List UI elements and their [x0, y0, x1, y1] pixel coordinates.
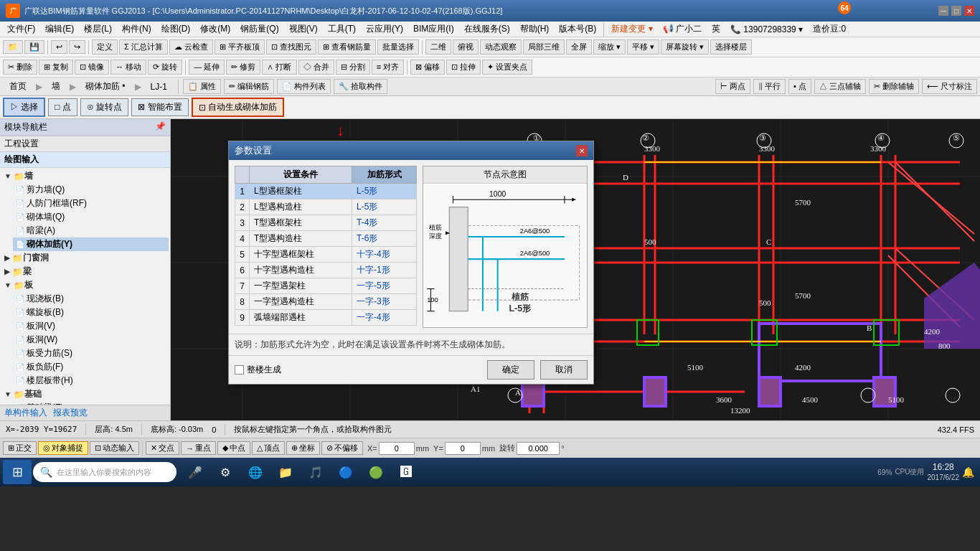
three-point-axis-button[interactable]: △ 三点辅轴 [814, 79, 866, 94]
copy-button[interactable]: ⊞ 复制 [39, 60, 73, 75]
x-input[interactable] [379, 442, 415, 455]
row-type[interactable]: T-6形 [352, 231, 417, 247]
pickup-button[interactable]: 🔧 拾取构件 [334, 79, 387, 94]
ribbon-lj1[interactable]: LJ-1 [144, 80, 174, 94]
minimize-button[interactable]: ─ [938, 6, 948, 16]
tree-group-wall[interactable]: ▼ 📁 墙 [1, 169, 169, 183]
close-button[interactable]: ✕ [964, 6, 974, 16]
point-axis-button[interactable]: • 点 [788, 79, 811, 94]
undo-button[interactable]: ↩ [51, 40, 67, 54]
rotate-point-button[interactable]: ⊙ 旋转点 [80, 98, 128, 116]
whole-floor-checkbox[interactable] [235, 365, 244, 375]
no-move-button[interactable]: ⊘ 不偏移 [321, 441, 363, 455]
row-type[interactable]: L-5形 [352, 184, 417, 199]
y-input[interactable] [445, 442, 481, 455]
row-type[interactable]: 十字-1形 [352, 263, 417, 278]
report-preview-link[interactable]: 报表预览 [53, 407, 88, 419]
table-row[interactable]: 7 一字型遇架柱 一字-5形 [235, 278, 417, 294]
taskbar-search[interactable]: 🔍 在这里输入你要搜索的内容 [33, 462, 176, 482]
tree-group-foundation[interactable]: ▼ 📁 基础 [1, 387, 169, 401]
row-type[interactable]: T-4形 [352, 215, 417, 231]
cancel-button[interactable]: 取消 [540, 360, 588, 380]
midpoint-button[interactable]: ◆ 中点 [217, 441, 250, 455]
drawing-input-link[interactable]: 绘图输入 [0, 152, 170, 168]
taskbar-app-green[interactable]: 🟢 [362, 460, 390, 484]
menu-bim[interactable]: BIM应用(I) [409, 22, 458, 37]
select-floor-button[interactable]: 选择楼层 [710, 39, 752, 55]
view-rebar-button[interactable]: ⊞ 查看钢筋量 [318, 39, 376, 55]
row-type[interactable]: L-5形 [352, 199, 417, 215]
align-button[interactable]: ≡ 对齐 [372, 60, 404, 75]
vertex-button[interactable]: △ 顶点 [252, 441, 285, 455]
ribbon-home[interactable]: 首页 [3, 78, 33, 95]
top-view-button[interactable]: 俯视 [453, 39, 479, 55]
auto-generate-button[interactable]: ⊡ 自动生成砌体加筋 [192, 98, 284, 117]
row-type[interactable]: 一字-5形 [352, 278, 417, 294]
parallel-button[interactable]: ∥ 平行 [753, 79, 786, 94]
table-row[interactable]: 1 L型遇框架柱 L-5形 [235, 184, 417, 199]
object-snap-button[interactable]: ◎ 对象捕捉 [38, 441, 88, 455]
tree-item-shear-wall[interactable]: 📄 剪力墙(Q) [13, 183, 169, 197]
taskbar-app-mic[interactable]: 🎤 [181, 460, 209, 484]
key-point-button[interactable]: → 重点 [181, 441, 216, 455]
edit-rebar-button[interactable]: ✏ 编辑钢筋 [224, 79, 274, 94]
tree-group-slab[interactable]: ▼ 📁 板 [1, 278, 169, 292]
menu-version[interactable]: 版本号(B) [555, 22, 600, 37]
coordinate-button[interactable]: ⊕ 坐标 [286, 441, 320, 455]
two-points-button[interactable]: ⊢ 两点 [715, 79, 750, 94]
menu-floor[interactable]: 楼层(L) [80, 22, 116, 37]
table-row[interactable]: 5 十字型遇框架柱 十字-4形 [235, 247, 417, 263]
redo-button[interactable]: ↪ [69, 40, 85, 54]
screen-rotate-button[interactable]: 屏幕旋转 ▾ [661, 39, 709, 55]
menu-tools[interactable]: 工具(T) [324, 22, 360, 37]
trim-button[interactable]: ✏ 修剪 [226, 60, 260, 75]
sidebar-pin-icon[interactable]: 📌 [155, 121, 166, 133]
tree-item-slab-hole-v[interactable]: 📄 板洞(V) [13, 319, 169, 333]
menu-component[interactable]: 构件(N) [118, 22, 156, 37]
menu-edit[interactable]: 编辑(E) [41, 22, 78, 37]
menu-modify[interactable]: 修改(M) [196, 22, 235, 37]
orthogonal-button[interactable]: ⊞ 正交 [3, 441, 37, 455]
menu-lang[interactable]: 英 [707, 22, 725, 37]
taskbar-app-music[interactable]: 🎵 [301, 460, 330, 484]
menu-file[interactable]: 文件(F) [3, 22, 39, 37]
pan-button[interactable]: 平移 ▾ [627, 39, 659, 55]
point-draw-button[interactable]: □ 点 [48, 98, 77, 116]
maximize-button[interactable]: □ [951, 6, 961, 16]
tree-group-doors[interactable]: ▶ 📁 门窗洞 [1, 251, 169, 265]
menu-cost-beans[interactable]: 造价豆:0 [809, 22, 850, 37]
break-button[interactable]: ∧ 打断 [262, 60, 296, 75]
open-button[interactable]: 📁 [3, 40, 23, 54]
save-button[interactable]: 💾 [24, 40, 44, 54]
menu-draw[interactable]: 绘图(D) [157, 22, 195, 37]
property-button[interactable]: 📋 属性 [183, 79, 221, 94]
taskbar-app-3[interactable]: ⚙ [211, 460, 240, 484]
params-dialog[interactable]: ↓ 参数设置 ✕ 设置条件 加筋形式 [228, 141, 594, 385]
mirror-button[interactable]: ⊡ 镜像 [75, 60, 109, 75]
fullscreen-button[interactable]: 全屏 [566, 39, 592, 55]
intersection-button[interactable]: ✕ 交点 [146, 441, 179, 455]
tree-group-beam[interactable]: ▶ 📁 梁 [1, 265, 169, 278]
menu-online[interactable]: 在线服务(S) [460, 22, 514, 37]
tree-item-spiral-slab[interactable]: 📄 螺旋板(B) [13, 306, 169, 319]
stretch-button[interactable]: ⊡ 拉伸 [446, 60, 481, 75]
single-component-link[interactable]: 单构件输入 [4, 407, 47, 419]
table-row[interactable]: 6 十字型遇构造柱 十字-1形 [235, 263, 417, 278]
tree-item-slab-hole-w[interactable]: 📄 板洞(W) [13, 333, 169, 347]
calc-button[interactable]: Σ 汇总计算 [119, 39, 168, 55]
dynamic-input-button[interactable]: ⊡ 动态输入 [90, 441, 139, 455]
zoom-button[interactable]: 缩放 ▾ [593, 39, 626, 55]
taskbar-app-edge[interactable]: 🌐 [241, 460, 270, 484]
menu-help[interactable]: 帮助(H) [516, 22, 554, 37]
merge-button[interactable]: ◇ 合并 [298, 60, 334, 75]
2d-button[interactable]: 二维 [425, 39, 451, 55]
rotate-btn[interactable]: ⟳ 旋转 [148, 60, 182, 75]
tree-item-masonry-wall[interactable]: 📄 砌体墙(Q) [13, 210, 169, 224]
find-element-button[interactable]: ⊡ 查找图元 [266, 39, 316, 55]
offset-button[interactable]: ⊠ 偏移 [410, 60, 445, 75]
select-button[interactable]: ▷ 选择 [3, 98, 45, 117]
tree-item-cast-slab[interactable]: 📄 现浇板(B) [13, 292, 169, 306]
project-settings-link[interactable]: 工程设置 [0, 136, 170, 152]
menu-new-change[interactable]: 新建变更 ▾ [607, 22, 656, 37]
taskbar-app-folder[interactable]: 📁 [271, 460, 300, 484]
